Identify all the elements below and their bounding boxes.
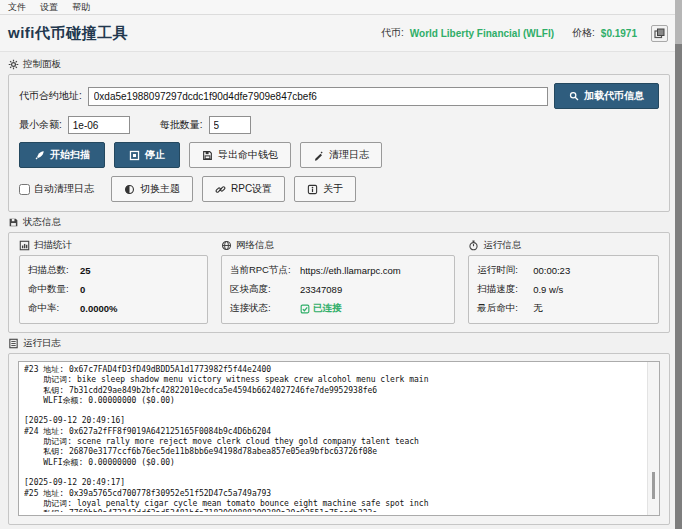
last-hit-value: 无 <box>533 302 543 315</box>
runtime-info-title: 运行信息 <box>483 239 521 252</box>
scan-total-row: 扫描总数: 25 <box>28 261 199 280</box>
page-title: wifi代币碰撞工具 <box>8 24 128 43</box>
auto-clear-label: 自动清理日志 <box>34 182 94 196</box>
stop-button[interactable]: 停止 <box>114 142 180 168</box>
link-icon <box>215 184 226 195</box>
hit-rate-value: 0.0000% <box>80 303 118 314</box>
batch-size-input[interactable] <box>209 116 251 134</box>
overlap-squares-icon <box>654 28 665 39</box>
log-text: #23 地址: 0x67c7FAD4fD3fD49dBDD5A1d1773982… <box>24 365 645 512</box>
log-list-icon <box>8 338 19 349</box>
gear-icon <box>8 59 19 70</box>
scan-speed-row: 扫描速度: 0.9 w/s <box>477 280 650 299</box>
hit-count-row: 命中数量: 0 <box>28 280 199 299</box>
token-value: World Liberty Financial (WLFI) <box>410 28 554 39</box>
clear-log-button[interactable]: 清理日志 <box>300 142 382 168</box>
app-window: 文件 设置 帮助 wifi代币碰撞工具 代币: World Liberty Fi… <box>0 0 682 529</box>
save-icon <box>202 150 213 161</box>
block-height-value: 23347089 <box>300 284 342 295</box>
token-info: 代币: World Liberty Financial (WLFI) 价格: $… <box>381 25 668 42</box>
contract-address-label: 代币合约地址: <box>19 89 82 103</box>
log-output[interactable]: #23 地址: 0x67c7FAD4fD3fD49dBDD5A1d1773982… <box>18 361 660 516</box>
stop-icon <box>129 150 140 161</box>
min-balance-label: 最小余额: <box>19 118 62 132</box>
status-section-title: 状态信息 <box>23 216 61 229</box>
rocket-icon <box>34 150 45 161</box>
last-hit-row: 最后命中: 无 <box>477 299 650 318</box>
log-panel: #23 地址: 0x67c7FAD4fD3fD49dBDD5A1d1773982… <box>8 353 670 525</box>
menu-settings[interactable]: 设置 <box>40 1 58 14</box>
checkbox-check-icon <box>300 304 310 314</box>
disk-icon <box>8 217 19 228</box>
globe-icon <box>221 240 232 251</box>
header: wifi代币碰撞工具 代币: World Liberty Financial (… <box>0 15 682 52</box>
connection-status-row: 连接状态: 已连接 <box>230 299 446 318</box>
corner-tool-button[interactable] <box>651 25 668 42</box>
hit-count-value: 0 <box>80 284 85 295</box>
status-panel: 扫描统计 扫描总数: 25 命中数量: 0 命中率: 0.0000% <box>8 232 670 333</box>
info-icon <box>307 184 318 195</box>
contract-address-input[interactable] <box>88 87 548 106</box>
export-wallets-button[interactable]: 导出命中钱包 <box>189 142 291 168</box>
log-section-header: 运行日志 <box>8 337 670 350</box>
log-scrollbar[interactable] <box>647 362 659 515</box>
window-scrollbar[interactable] <box>675 0 682 529</box>
menu-bar: 文件 设置 帮助 <box>0 0 682 15</box>
runtime-row: 运行时间: 00:00:23 <box>477 261 650 280</box>
main-content: 控制面板 代币合约地址: 加载代币信息 最小余额: 每批数量: <box>0 52 682 529</box>
chart-icon <box>19 240 30 251</box>
toggle-theme-button[interactable]: 切换主题 <box>111 176 193 202</box>
about-button[interactable]: 关于 <box>294 176 356 202</box>
control-panel: 代币合约地址: 加载代币信息 最小余额: 每批数量: <box>8 74 670 212</box>
window-scrollbar-thumb[interactable] <box>675 44 682 529</box>
token-label: 代币: <box>381 26 404 40</box>
log-section-title: 运行日志 <box>23 337 61 350</box>
rpc-node-row: 当前RPC节点: https://eth.llamarpc.com <box>230 261 446 280</box>
scan-total-value: 25 <box>80 265 91 276</box>
hit-rate-row: 命中率: 0.0000% <box>28 299 199 318</box>
auto-clear-checkbox[interactable] <box>19 184 30 195</box>
min-balance-input[interactable] <box>68 116 130 134</box>
control-panel-header: 控制面板 <box>8 58 670 71</box>
runtime-value: 00:00:23 <box>533 265 570 276</box>
auto-clear-checkbox-wrap[interactable]: 自动清理日志 <box>19 182 94 196</box>
status-badge: 已连接 <box>300 302 342 315</box>
search-icon <box>569 91 579 101</box>
connection-status-value: 已连接 <box>313 302 342 315</box>
network-info-title: 网络信息 <box>236 239 274 252</box>
network-info-column: 网络信息 当前RPC节点: https://eth.llamarpc.com 区… <box>221 239 455 324</box>
menu-file[interactable]: 文件 <box>8 1 26 14</box>
runtime-info-column: 运行信息 运行时间: 00:00:23 扫描速度: 0.9 w/s 最后命中: … <box>468 239 659 324</box>
price-label: 价格: <box>572 26 595 40</box>
scan-stats-column: 扫描统计 扫描总数: 25 命中数量: 0 命中率: 0.0000% <box>19 239 208 324</box>
control-panel-title: 控制面板 <box>23 58 61 71</box>
load-token-button[interactable]: 加载代币信息 <box>554 83 659 109</box>
rpc-node-value: https://eth.llamarpc.com <box>300 265 401 276</box>
status-section-header: 状态信息 <box>8 216 670 229</box>
scan-stats-title: 扫描统计 <box>34 239 72 252</box>
block-height-row: 区块高度: 23347089 <box>230 280 446 299</box>
stopwatch-icon <box>468 240 479 251</box>
price-value: $0.1971 <box>601 28 637 39</box>
log-scrollbar-thumb[interactable] <box>652 472 655 499</box>
batch-size-label: 每批数量: <box>160 118 203 132</box>
scan-speed-value: 0.9 w/s <box>533 284 563 295</box>
pencil-icon <box>313 150 324 161</box>
start-scan-button[interactable]: 开始扫描 <box>19 142 105 168</box>
rpc-settings-button[interactable]: RPC设置 <box>202 176 285 202</box>
theme-contrast-icon <box>124 184 135 195</box>
menu-help[interactable]: 帮助 <box>72 1 90 14</box>
